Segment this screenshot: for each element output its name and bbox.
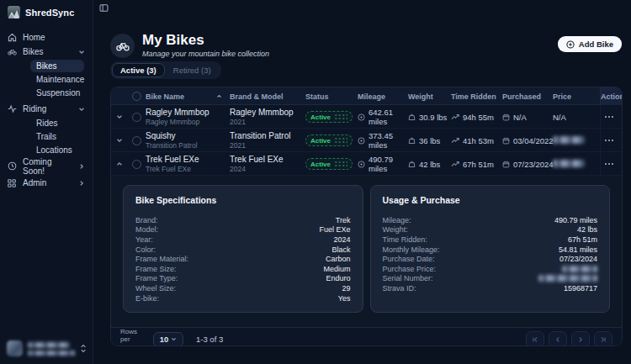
tab-retired[interactable]: Retired (3) xyxy=(165,63,220,77)
purchased-value: N/A xyxy=(513,113,527,122)
rows-per-page-label: Rows per page xyxy=(120,328,148,346)
page-size-select[interactable]: 10 xyxy=(153,332,183,346)
bike-brand: Trek Fuel EXe xyxy=(230,155,305,164)
sidebar-bikes-subnav: Bikes Maintenance Suspension xyxy=(30,60,84,99)
column-header-brand[interactable]: Brand & Model xyxy=(230,92,305,101)
expanded-row-detail: Bike Specifications Brand:Trek Model:Fue… xyxy=(111,176,622,328)
column-header-status[interactable]: Status xyxy=(305,92,358,101)
spec-value: 2024 xyxy=(333,235,350,244)
calendar-icon xyxy=(502,113,510,121)
app-logo[interactable]: ShredSync xyxy=(0,3,93,24)
sidebar-group-bikes[interactable]: Bikes xyxy=(0,45,93,59)
user-menu[interactable] xyxy=(0,334,93,364)
column-label: Weight xyxy=(408,92,433,101)
price-cell: N/A xyxy=(553,113,600,122)
bike-year: 2021 xyxy=(230,141,305,150)
user-info-redacted xyxy=(28,342,75,356)
bike-year: 2024 xyxy=(230,165,305,173)
spec-value: Medium xyxy=(323,265,350,273)
tab-active[interactable]: Active (3) xyxy=(112,63,165,77)
spec-label: Brand: xyxy=(135,216,158,224)
sidebar-item-label: Rides xyxy=(36,119,58,128)
bike-name: Trek Fuel EXe xyxy=(146,155,230,164)
price-cell xyxy=(553,136,600,145)
table-header-row: Bike Name Brand & Model Status Mileage W… xyxy=(111,87,622,105)
column-header-price[interactable]: Price xyxy=(553,92,600,101)
sidebar-item-bikes[interactable]: Bikes xyxy=(30,60,84,72)
user-email-redacted xyxy=(28,351,75,356)
price-value: N/A xyxy=(553,113,566,122)
column-header-mileage[interactable]: Mileage xyxy=(358,92,408,101)
price-value-redacted xyxy=(553,136,585,144)
mileage-value: 642.61 miles xyxy=(369,108,408,126)
sidebar-item-home[interactable]: Home xyxy=(0,30,93,45)
table-row[interactable]: Trek Fuel EXe Trek Fuel EXe Trek Fuel EX… xyxy=(111,152,622,176)
trending-up-icon xyxy=(451,137,459,145)
row-checkbox[interactable] xyxy=(132,136,141,145)
sidebar-group-riding[interactable]: Riding xyxy=(0,102,93,116)
usage-label: Weight: xyxy=(383,225,408,234)
weight-value: 42 lbs xyxy=(419,160,440,169)
select-all-checkbox[interactable] xyxy=(132,92,141,101)
chevron-right-icon xyxy=(78,180,85,187)
column-header-weight[interactable]: Weight xyxy=(408,92,451,101)
expand-row-button[interactable] xyxy=(111,137,127,144)
home-icon xyxy=(8,33,17,42)
status-badge: Active xyxy=(305,158,353,170)
column-header-time-ridden[interactable]: Time Ridden xyxy=(451,92,502,101)
sidebar-item-suspension[interactable]: Suspension xyxy=(30,87,84,99)
activity-icon xyxy=(8,104,17,113)
row-actions-button[interactable] xyxy=(604,162,614,166)
first-page-button[interactable] xyxy=(526,331,544,346)
expand-row-button[interactable] xyxy=(111,113,127,120)
page-subtitle: Manage your mountain bike collection xyxy=(142,50,269,58)
purchase-price-redacted xyxy=(562,266,597,272)
clock-icon xyxy=(8,161,17,171)
next-page-button[interactable] xyxy=(571,331,590,346)
actions-cell xyxy=(600,129,622,152)
weight-value: 36 lbs xyxy=(419,136,440,145)
usage-value: 15968717 xyxy=(564,284,597,293)
last-page-button[interactable] xyxy=(594,331,612,346)
row-actions-button[interactable] xyxy=(604,139,614,142)
column-header-purchased[interactable]: Purchased xyxy=(502,92,553,101)
sidebar-group-label: Admin xyxy=(23,178,46,187)
sidebar-toggle-icon[interactable] xyxy=(99,3,109,13)
calendar-icon xyxy=(502,137,510,145)
weight-icon xyxy=(408,137,416,145)
rows-per-page-line1: Rows per xyxy=(120,328,148,343)
mileage-value: 490.79 miles xyxy=(369,155,408,173)
collapse-row-button[interactable] xyxy=(111,161,127,167)
spec-value: Carbon xyxy=(326,255,351,263)
price-cell xyxy=(553,160,600,169)
sidebar-group-coming-soon[interactable]: Coming Soon! xyxy=(0,159,93,173)
bike-name-cell: Trek Fuel EXe Trek Fuel EXe xyxy=(146,155,230,173)
bike-icon xyxy=(110,34,135,58)
page-title: My Bikes xyxy=(142,33,269,48)
plus-circle-icon xyxy=(566,40,575,49)
column-label: Actions xyxy=(601,92,623,101)
row-checkbox[interactable] xyxy=(132,113,141,122)
sidebar-item-maintenance[interactable]: Maintenance xyxy=(30,73,84,86)
table-row[interactable]: Ragley Mmmbop Ragley Mmmbop Ragley Mmmbo… xyxy=(111,105,622,129)
sidebar-group-admin[interactable]: Admin xyxy=(0,176,93,190)
sidebar-item-locations[interactable]: Locations xyxy=(30,144,84,156)
weight-icon xyxy=(408,113,416,121)
table-row[interactable]: Squishy Transition Patrol Transition Pat… xyxy=(111,129,622,152)
weight-value: 30.9 lbs xyxy=(419,113,447,122)
bike-icon xyxy=(8,47,17,56)
usage-label: Monthly Mileage: xyxy=(383,245,440,254)
time-ridden-value: 94h 55m xyxy=(463,113,494,122)
sidebar-item-rides[interactable]: Rides xyxy=(30,117,84,129)
time-ridden-cell: 94h 55m xyxy=(451,113,502,122)
previous-page-button[interactable] xyxy=(549,331,567,346)
column-header-bike-name[interactable]: Bike Name xyxy=(146,92,230,101)
sidebar-item-trails[interactable]: Trails xyxy=(30,130,84,143)
add-bike-button[interactable]: Add Bike xyxy=(558,36,622,52)
bike-brand: Ragley Mmmbop xyxy=(230,108,305,117)
usage-label: Serial Number: xyxy=(383,274,433,282)
purchased-cell: N/A xyxy=(502,113,553,122)
brand-model-cell: Trek Fuel EXe 2024 xyxy=(230,155,305,173)
row-actions-button[interactable] xyxy=(604,115,614,119)
row-checkbox[interactable] xyxy=(132,160,141,169)
